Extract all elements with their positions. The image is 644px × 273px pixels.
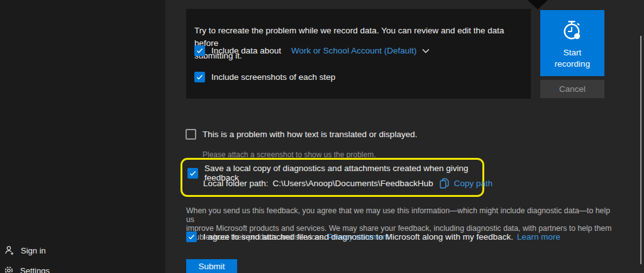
folder-path-label: Local folder path: — [203, 179, 269, 188]
privacy-line1: When you send us this feedback, you agre… — [186, 207, 620, 225]
copy-path-link[interactable]: Copy path — [454, 179, 493, 188]
agreement-label: I agree to send attached files and diagn… — [203, 232, 513, 242]
person-add-icon — [4, 245, 14, 255]
agreement-row: I agree to send attached files and diagn… — [186, 231, 560, 242]
checkmark-icon — [196, 73, 204, 81]
diagnostics-highlight-box: Save a local copy of diagnostics and att… — [180, 158, 484, 197]
include-screenshots-label: Include screenshots of each step — [211, 72, 335, 82]
start-recording-label: Start recording — [550, 47, 595, 70]
translation-issue-label: This is a problem with how text is trans… — [203, 130, 417, 139]
translation-issue-row: This is a problem with how text is trans… — [186, 129, 417, 140]
submit-button[interactable]: Submit — [186, 259, 237, 273]
settings-label: Settings — [20, 266, 50, 273]
copy-icon[interactable] — [440, 178, 449, 189]
checkmark-icon — [196, 47, 204, 55]
include-screenshots-row: Include screenshots of each step — [194, 72, 335, 82]
sidebar: Sign in Settings — [0, 0, 165, 273]
save-diagnostics-checkbox[interactable] — [187, 168, 198, 179]
gear-icon — [4, 265, 14, 273]
start-recording-button[interactable]: Start recording — [540, 10, 604, 76]
folder-path-value: C:\Users\Anoop\Documents\FeedbackHub — [273, 179, 433, 188]
vertical-scrollbar[interactable] — [640, 36, 641, 264]
include-data-row: Include data about Work or School Accoun… — [194, 45, 430, 56]
sign-in-label: Sign in — [21, 246, 46, 255]
account-selector-link[interactable]: Work or School Account (Default) — [291, 46, 416, 55]
learn-more-link[interactable]: Learn more — [517, 232, 560, 242]
cancel-button[interactable]: Cancel — [540, 80, 604, 98]
include-data-label: Include data about — [211, 46, 281, 55]
agreement-checkbox[interactable] — [186, 231, 197, 242]
recorder-description: Try to recreate the problem while we rec… — [194, 25, 525, 62]
translation-issue-checkbox[interactable] — [186, 129, 196, 140]
local-folder-path-row: Local folder path: C:\Users\Anoop\Docume… — [203, 178, 492, 189]
recorder-card: Try to recreate the problem while we rec… — [186, 9, 531, 99]
feedback-hub-window: Sign in Settings Try to recreate the pro… — [0, 0, 644, 273]
checkmark-icon — [189, 169, 197, 177]
include-screenshots-checkbox[interactable] — [194, 72, 205, 82]
checkmark-icon — [187, 233, 196, 241]
chevron-down-icon[interactable] — [422, 48, 430, 53]
callout-pointer — [528, 0, 548, 9]
sidebar-item-settings[interactable]: Settings — [4, 265, 50, 273]
stopwatch-icon — [560, 17, 585, 42]
include-data-checkbox[interactable] — [194, 45, 205, 56]
sidebar-item-sign-in[interactable]: Sign in — [4, 245, 46, 256]
